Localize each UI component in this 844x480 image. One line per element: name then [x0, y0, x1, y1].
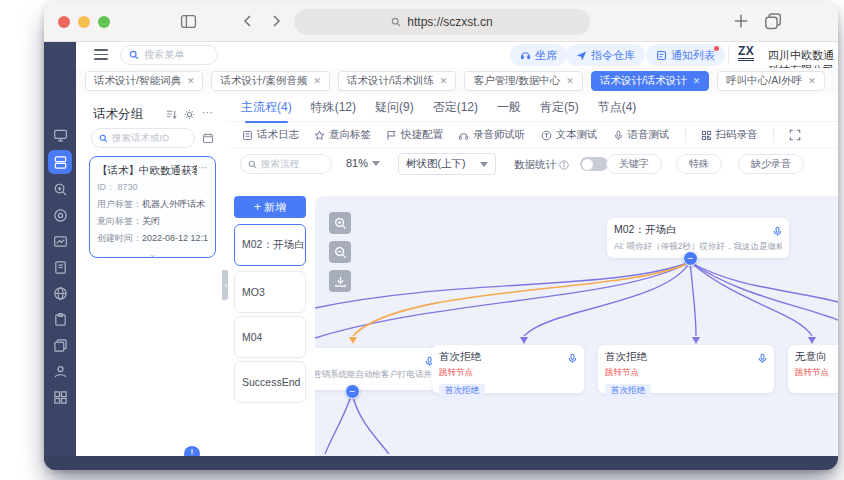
- notification-icon: [656, 50, 667, 61]
- more-icon[interactable]: ⋯: [202, 106, 214, 124]
- sort-icon[interactable]: [166, 106, 177, 124]
- zoom-out-button[interactable]: [329, 241, 351, 263]
- list-item-successend[interactable]: SuccessEnd: [234, 361, 306, 403]
- command-store-button[interactable]: 指令仓库: [566, 44, 645, 66]
- tab-general[interactable]: 一般: [497, 99, 521, 116]
- window-bottom-edge: [44, 456, 838, 470]
- close-icon[interactable]: ✕: [440, 76, 448, 86]
- quick-config-button[interactable]: 快捷配置: [386, 128, 443, 142]
- node-first-reject-1[interactable]: 首次拒绝 跳转节点 首次拒绝: [432, 345, 584, 393]
- panel-title: 话术分组: [93, 106, 143, 123]
- script-book-icon[interactable]: [48, 150, 72, 174]
- address-bar[interactable]: https://sczxst.cn: [294, 9, 590, 35]
- monitor-icon[interactable]: [51, 126, 69, 144]
- tab-question[interactable]: 疑问(9): [375, 99, 414, 116]
- tab-overview-button[interactable]: [764, 12, 782, 34]
- new-tab-button[interactable]: [732, 12, 750, 34]
- mic-icon[interactable]: [567, 350, 578, 368]
- close-icon[interactable]: ✕: [313, 76, 321, 86]
- script-search-placeholder: 搜索话术或ID: [112, 132, 169, 145]
- layout-select[interactable]: 树状图(上下): [398, 153, 496, 175]
- zoom-in-button[interactable]: [329, 212, 351, 234]
- collapse-node-button[interactable]: −: [683, 251, 698, 266]
- intent-label-button[interactable]: 意向标签: [314, 128, 371, 142]
- zoom-level-select[interactable]: 81%: [346, 157, 380, 169]
- tab-main-flow[interactable]: 主流程(4): [241, 99, 292, 116]
- page-tab[interactable]: 呼叫中心/AI外呼✕: [717, 71, 824, 91]
- page-tab[interactable]: 话术设计/话术训练✕: [338, 71, 456, 91]
- scan-record-button[interactable]: 扫码录音: [701, 128, 758, 142]
- page-tab[interactable]: 话术设计/案例音频✕: [211, 71, 329, 91]
- filter-missing-record-button[interactable]: 缺少录音: [738, 154, 804, 174]
- voice-test-button[interactable]: 语音测试: [613, 128, 670, 142]
- mic-icon[interactable]: [772, 223, 783, 241]
- menu-collapse-icon[interactable]: [94, 49, 108, 60]
- stats-toggle[interactable]: [580, 157, 608, 171]
- collapse-node-button[interactable]: −: [345, 384, 360, 399]
- layers-copy-icon[interactable]: [51, 336, 69, 354]
- tab-negative[interactable]: 否定(12): [433, 99, 478, 116]
- node-tag: 首次拒绝: [605, 384, 651, 399]
- page-tab[interactable]: 话术设计/智能词典✕: [85, 71, 203, 91]
- recording-audition-button[interactable]: 录音师试听: [458, 128, 526, 142]
- close-icon[interactable]: ✕: [566, 76, 574, 86]
- fullscreen-icon[interactable]: [789, 129, 801, 141]
- text-test-button[interactable]: 文本测试: [541, 128, 598, 142]
- forward-button[interactable]: [268, 13, 284, 33]
- script-id: ID： 8730: [97, 181, 208, 194]
- close-icon[interactable]: ✕: [187, 76, 195, 86]
- chevron-down-icon[interactable]: ⌄: [97, 249, 208, 259]
- node-text: AI: 喂你好（停顿2秒）哎你好，我这边是做精准获客系统的，: [614, 241, 782, 253]
- search-zoom-icon[interactable]: [51, 180, 69, 198]
- page-tab[interactable]: 客户管理/数据中心✕: [464, 71, 582, 91]
- list-item-m02[interactable]: M02：开场白: [234, 224, 306, 266]
- chart-image-icon[interactable]: [51, 232, 69, 250]
- mic-icon[interactable]: [757, 350, 768, 368]
- filter-special-button[interactable]: 特殊: [676, 154, 722, 174]
- script-row: 创建时间：2022-08-12 12:18:13: [97, 232, 208, 245]
- minimize-window-button[interactable]: [78, 16, 90, 28]
- record-disc-icon[interactable]: [51, 206, 69, 224]
- node-first-reject-2[interactable]: 首次拒绝 跳转节点 首次拒绝: [598, 345, 774, 393]
- script-log-button[interactable]: 话术日志: [242, 128, 299, 142]
- tab-label: 话术设计/智能词典: [94, 74, 181, 88]
- calendar-icon[interactable]: [202, 130, 214, 148]
- user-icon[interactable]: [51, 362, 69, 380]
- gear-icon[interactable]: [184, 106, 195, 124]
- script-card[interactable]: 【话术】中欧数通获客【... ⋯ ID： 8730 用户标签：机器人外呼话术（4…: [89, 156, 216, 258]
- close-window-button[interactable]: [58, 16, 70, 28]
- close-icon[interactable]: ✕: [693, 76, 701, 86]
- script-search-input[interactable]: 搜索话术或ID: [91, 128, 195, 148]
- menu-search-input[interactable]: 搜索菜单: [120, 45, 218, 65]
- node-tag: 首次拒绝: [439, 384, 485, 399]
- more-icon[interactable]: ⋯: [198, 162, 208, 173]
- sidebar-toggle-icon[interactable]: [180, 13, 197, 34]
- dashboard-grid-icon[interactable]: [51, 388, 69, 406]
- tab-positive[interactable]: 肯定(5): [540, 99, 579, 116]
- page-tab-active[interactable]: 话术设计/话术设计✕: [591, 71, 709, 91]
- tab-label: 话术设计/案例音频: [220, 74, 307, 88]
- add-node-button[interactable]: +新增: [234, 196, 306, 218]
- close-icon[interactable]: ✕: [808, 76, 816, 86]
- node-left-partial[interactable]: 话团AI营销系统能自动给客户打电话并做好: [315, 348, 441, 390]
- maximize-window-button[interactable]: [98, 16, 110, 28]
- filter-keyword-button[interactable]: 关键字: [606, 154, 662, 174]
- tab-special[interactable]: 特殊(12): [311, 99, 356, 116]
- node-right-partial[interactable]: 无意向 跳转节点: [788, 345, 838, 393]
- back-button[interactable]: [240, 13, 256, 33]
- list-item-m04[interactable]: M04: [234, 316, 306, 358]
- flow-canvas[interactable]: M02：开场白 AI: 喂你好（停顿2秒）哎你好，我这边是做精准获客系统的， −…: [315, 196, 838, 456]
- chevron-down-icon: [372, 161, 380, 166]
- flow-search-input[interactable]: 搜索流程: [240, 154, 332, 174]
- node-type: 跳转节点: [795, 367, 838, 379]
- document-icon: [242, 130, 253, 141]
- list-item-mo3[interactable]: MO3: [234, 271, 306, 313]
- globe-icon[interactable]: [51, 284, 69, 302]
- contacts-book-icon[interactable]: [51, 258, 69, 276]
- tab-node[interactable]: 节点(4): [598, 99, 637, 116]
- download-button[interactable]: [329, 270, 351, 292]
- node-m02[interactable]: M02：开场白 AI: 喂你好（停顿2秒）哎你好，我这边是做精准获客系统的，: [607, 218, 789, 258]
- notify-list-button[interactable]: 通知列表: [646, 44, 725, 66]
- clipboard-icon[interactable]: [51, 310, 69, 328]
- seat-button[interactable]: 坐席: [510, 44, 567, 66]
